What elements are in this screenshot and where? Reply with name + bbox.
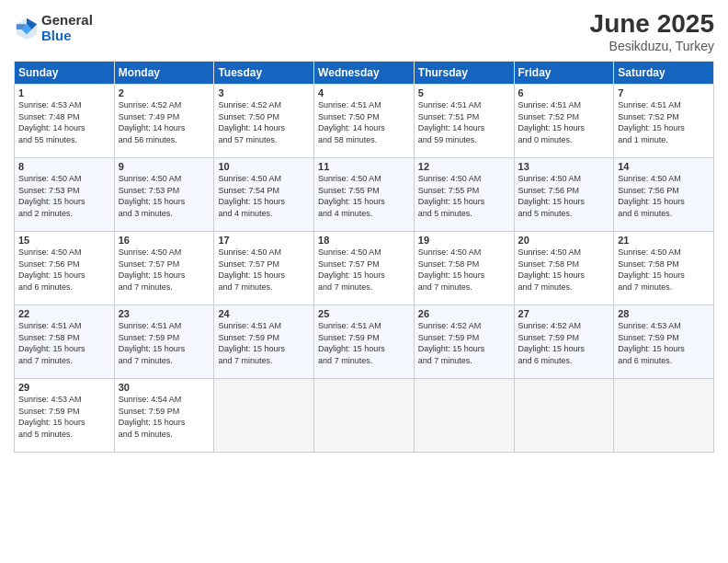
cell-info: Sunrise: 4:54 AM Sunset: 7:59 PM Dayligh… bbox=[119, 394, 210, 440]
logo-blue-text: Blue bbox=[41, 29, 93, 44]
cell-info: Sunrise: 4:50 AM Sunset: 7:56 PM Dayligh… bbox=[518, 173, 610, 219]
day-number: 29 bbox=[18, 382, 110, 393]
calendar-day-header: Tuesday bbox=[214, 62, 314, 85]
calendar-page: General Blue June 2025 Besikduzu, Turkey… bbox=[0, 0, 728, 563]
calendar-cell bbox=[414, 379, 514, 453]
cell-info: Sunrise: 4:53 AM Sunset: 7:59 PM Dayligh… bbox=[18, 394, 110, 440]
calendar-cell: 19Sunrise: 4:50 AM Sunset: 7:58 PM Dayli… bbox=[414, 232, 514, 305]
calendar-day-header: Monday bbox=[114, 62, 214, 85]
cell-info: Sunrise: 4:51 AM Sunset: 7:59 PM Dayligh… bbox=[218, 320, 310, 366]
day-number: 14 bbox=[618, 161, 710, 172]
cell-info: Sunrise: 4:50 AM Sunset: 7:57 PM Dayligh… bbox=[218, 247, 310, 293]
calendar-cell: 10Sunrise: 4:50 AM Sunset: 7:54 PM Dayli… bbox=[214, 158, 314, 232]
header: General Blue June 2025 Besikduzu, Turkey bbox=[14, 9, 714, 53]
cell-info: Sunrise: 4:50 AM Sunset: 7:54 PM Dayligh… bbox=[218, 173, 310, 219]
day-number: 12 bbox=[418, 161, 510, 172]
day-number: 21 bbox=[618, 235, 710, 246]
cell-info: Sunrise: 4:50 AM Sunset: 7:57 PM Dayligh… bbox=[318, 247, 410, 293]
calendar-cell: 11Sunrise: 4:50 AM Sunset: 7:55 PM Dayli… bbox=[314, 158, 415, 232]
calendar-cell: 27Sunrise: 4:52 AM Sunset: 7:59 PM Dayli… bbox=[514, 305, 614, 379]
day-number: 8 bbox=[18, 161, 110, 172]
day-number: 17 bbox=[218, 235, 310, 246]
calendar-cell: 4Sunrise: 4:51 AM Sunset: 7:50 PM Daylig… bbox=[314, 85, 415, 158]
cell-info: Sunrise: 4:51 AM Sunset: 7:52 PM Dayligh… bbox=[618, 99, 710, 145]
calendar-cell: 8Sunrise: 4:50 AM Sunset: 7:53 PM Daylig… bbox=[15, 158, 115, 232]
calendar-cell: 20Sunrise: 4:50 AM Sunset: 7:58 PM Dayli… bbox=[514, 232, 614, 305]
day-number: 23 bbox=[119, 308, 210, 319]
day-number: 28 bbox=[618, 308, 710, 319]
day-number: 25 bbox=[318, 308, 410, 319]
day-number: 3 bbox=[218, 87, 310, 98]
logo-icon bbox=[14, 16, 40, 41]
location: Besikduzu, Turkey bbox=[590, 39, 714, 53]
cell-info: Sunrise: 4:50 AM Sunset: 7:56 PM Dayligh… bbox=[618, 173, 710, 219]
cell-info: Sunrise: 4:50 AM Sunset: 7:53 PM Dayligh… bbox=[119, 173, 210, 219]
cell-info: Sunrise: 4:51 AM Sunset: 7:58 PM Dayligh… bbox=[18, 320, 110, 366]
calendar-week-row: 1Sunrise: 4:53 AM Sunset: 7:48 PM Daylig… bbox=[15, 85, 714, 158]
cell-info: Sunrise: 4:50 AM Sunset: 7:55 PM Dayligh… bbox=[318, 173, 410, 219]
day-number: 20 bbox=[518, 235, 610, 246]
title-block: June 2025 Besikduzu, Turkey bbox=[590, 9, 714, 53]
cell-info: Sunrise: 4:51 AM Sunset: 7:59 PM Dayligh… bbox=[318, 320, 410, 366]
calendar-cell: 28Sunrise: 4:53 AM Sunset: 7:59 PM Dayli… bbox=[614, 305, 714, 379]
day-number: 5 bbox=[418, 87, 510, 98]
logo-text: General Blue bbox=[41, 13, 93, 43]
calendar-cell bbox=[614, 379, 714, 453]
day-number: 7 bbox=[618, 87, 710, 98]
day-number: 22 bbox=[18, 308, 110, 319]
logo: General Blue bbox=[14, 13, 93, 43]
calendar-cell: 3Sunrise: 4:52 AM Sunset: 7:50 PM Daylig… bbox=[214, 85, 314, 158]
calendar-cell: 6Sunrise: 4:51 AM Sunset: 7:52 PM Daylig… bbox=[514, 85, 614, 158]
day-number: 19 bbox=[418, 235, 510, 246]
day-number: 24 bbox=[218, 308, 310, 319]
day-number: 15 bbox=[18, 235, 110, 246]
calendar-day-header: Saturday bbox=[614, 62, 714, 85]
calendar-cell bbox=[214, 379, 314, 453]
cell-info: Sunrise: 4:52 AM Sunset: 7:59 PM Dayligh… bbox=[418, 320, 510, 366]
day-number: 16 bbox=[119, 235, 210, 246]
calendar-cell: 13Sunrise: 4:50 AM Sunset: 7:56 PM Dayli… bbox=[514, 158, 614, 232]
cell-info: Sunrise: 4:50 AM Sunset: 7:58 PM Dayligh… bbox=[618, 247, 710, 293]
day-number: 30 bbox=[119, 382, 210, 393]
month-title: June 2025 bbox=[590, 9, 714, 39]
calendar-cell: 1Sunrise: 4:53 AM Sunset: 7:48 PM Daylig… bbox=[15, 85, 115, 158]
calendar-day-header: Wednesday bbox=[314, 62, 415, 85]
calendar-cell: 18Sunrise: 4:50 AM Sunset: 7:57 PM Dayli… bbox=[314, 232, 415, 305]
day-number: 10 bbox=[218, 161, 310, 172]
calendar-cell: 15Sunrise: 4:50 AM Sunset: 7:56 PM Dayli… bbox=[15, 232, 115, 305]
calendar-week-row: 8Sunrise: 4:50 AM Sunset: 7:53 PM Daylig… bbox=[15, 158, 714, 232]
calendar-cell: 9Sunrise: 4:50 AM Sunset: 7:53 PM Daylig… bbox=[114, 158, 214, 232]
day-number: 6 bbox=[518, 87, 610, 98]
cell-info: Sunrise: 4:53 AM Sunset: 7:48 PM Dayligh… bbox=[18, 99, 110, 145]
day-number: 2 bbox=[119, 87, 210, 98]
calendar-day-header: Sunday bbox=[15, 62, 115, 85]
day-number: 18 bbox=[318, 235, 410, 246]
calendar-cell: 21Sunrise: 4:50 AM Sunset: 7:58 PM Dayli… bbox=[614, 232, 714, 305]
calendar-cell bbox=[314, 379, 415, 453]
calendar-cell: 5Sunrise: 4:51 AM Sunset: 7:51 PM Daylig… bbox=[414, 85, 514, 158]
calendar-day-header: Thursday bbox=[414, 62, 514, 85]
calendar-cell: 7Sunrise: 4:51 AM Sunset: 7:52 PM Daylig… bbox=[614, 85, 714, 158]
day-number: 11 bbox=[318, 161, 410, 172]
day-number: 1 bbox=[18, 87, 110, 98]
cell-info: Sunrise: 4:50 AM Sunset: 7:56 PM Dayligh… bbox=[18, 247, 110, 293]
calendar-week-row: 29Sunrise: 4:53 AM Sunset: 7:59 PM Dayli… bbox=[15, 379, 714, 453]
calendar-cell: 29Sunrise: 4:53 AM Sunset: 7:59 PM Dayli… bbox=[15, 379, 115, 453]
day-number: 27 bbox=[518, 308, 610, 319]
calendar-cell: 14Sunrise: 4:50 AM Sunset: 7:56 PM Dayli… bbox=[614, 158, 714, 232]
cell-info: Sunrise: 4:53 AM Sunset: 7:59 PM Dayligh… bbox=[618, 320, 710, 366]
calendar-cell: 25Sunrise: 4:51 AM Sunset: 7:59 PM Dayli… bbox=[314, 305, 415, 379]
cell-info: Sunrise: 4:50 AM Sunset: 7:57 PM Dayligh… bbox=[119, 247, 210, 293]
calendar-cell: 12Sunrise: 4:50 AM Sunset: 7:55 PM Dayli… bbox=[414, 158, 514, 232]
day-number: 13 bbox=[518, 161, 610, 172]
cell-info: Sunrise: 4:50 AM Sunset: 7:58 PM Dayligh… bbox=[518, 247, 610, 293]
calendar-cell: 26Sunrise: 4:52 AM Sunset: 7:59 PM Dayli… bbox=[414, 305, 514, 379]
cell-info: Sunrise: 4:52 AM Sunset: 7:50 PM Dayligh… bbox=[218, 99, 310, 145]
calendar-cell: 24Sunrise: 4:51 AM Sunset: 7:59 PM Dayli… bbox=[214, 305, 314, 379]
calendar-day-header: Friday bbox=[514, 62, 614, 85]
calendar-cell: 17Sunrise: 4:50 AM Sunset: 7:57 PM Dayli… bbox=[214, 232, 314, 305]
calendar-cell: 16Sunrise: 4:50 AM Sunset: 7:57 PM Dayli… bbox=[114, 232, 214, 305]
cell-info: Sunrise: 4:51 AM Sunset: 7:52 PM Dayligh… bbox=[518, 99, 610, 145]
cell-info: Sunrise: 4:51 AM Sunset: 7:50 PM Dayligh… bbox=[318, 99, 410, 145]
cell-info: Sunrise: 4:50 AM Sunset: 7:53 PM Dayligh… bbox=[18, 173, 110, 219]
